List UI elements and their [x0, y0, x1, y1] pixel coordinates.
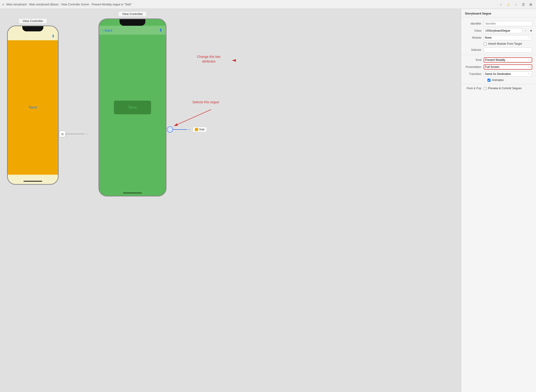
- warning-icon[interactable]: ⚠: [506, 2, 511, 7]
- peek-pop-row: Peek & Pop Preview & Commit Segues: [461, 86, 536, 91]
- peek-pop-value: Preview & Commit Segues: [484, 87, 522, 90]
- breadcrumb-sep-1: ›: [5, 3, 5, 6]
- inherit-module-row: Inherit Module From Target: [461, 41, 536, 46]
- toolbar: s › Main.storyboard › Main.storyboard (B…: [0, 0, 536, 9]
- side-icon: [195, 128, 198, 131]
- kind-value: Show Show Detail Present Modally Present…: [484, 57, 532, 62]
- canvas-area: View Controller ⬆ Next ⊞ →: [0, 9, 461, 392]
- inherit-module-checkbox[interactable]: [484, 42, 487, 45]
- divider-1: [461, 55, 536, 55]
- split-view-button[interactable]: ⊞: [528, 2, 534, 7]
- blue-arrow-head: →: [187, 127, 191, 132]
- peek-pop-checkbox[interactable]: [484, 87, 487, 90]
- kind-label: Kind: [465, 58, 484, 62]
- class-value: ↑ ▼: [484, 28, 533, 33]
- breadcrumb-item-3[interactable]: Main.storyboard (Base): [29, 3, 59, 6]
- inherit-module-label: Inherit Module From Target: [488, 42, 522, 45]
- vc2-back-btn[interactable]: ‹ Back: [102, 28, 113, 32]
- breadcrumb-sep-4: ›: [90, 3, 91, 6]
- segue-box-icon: ⊞: [61, 132, 64, 136]
- divider-2: [461, 84, 536, 84]
- kind-row: Kind Show Show Detail Present Modally Pr…: [461, 56, 536, 63]
- side-label: Side: [199, 128, 205, 131]
- svg-line-2: [174, 110, 211, 126]
- presentation-select[interactable]: Full Screen Automatic Page Sheet Form Sh…: [484, 64, 532, 70]
- vc1-card: View Controller ⬆ Next: [7, 18, 59, 185]
- module-row: Module None: [461, 34, 536, 41]
- transition-row: Transition Same As Destination Default F…: [461, 70, 536, 78]
- class-dropdown-icon[interactable]: ▼: [529, 28, 533, 33]
- vc2-phone: ‹ Back ⬇ Next: [98, 19, 167, 196]
- module-select-wrapper: None: [484, 35, 532, 40]
- peek-pop-label: Peek & Pop: [465, 87, 484, 90]
- presentation-value: Full Screen Automatic Page Sheet Form Sh…: [484, 64, 532, 70]
- back-button[interactable]: ‹: [498, 2, 504, 7]
- breadcrumb: s › Main.storyboard › Main.storyboard (B…: [2, 3, 132, 6]
- presentation-row: Presentation Full Screen Automatic Page …: [461, 63, 536, 70]
- arrow-line-1: [66, 134, 84, 134]
- transition-select-wrapper: Same As Destination Default Flip Horizon…: [484, 71, 532, 77]
- vc2-next-btn[interactable]: Next: [114, 100, 151, 115]
- arrow-head-1: →: [84, 132, 88, 136]
- vc1-share-icon[interactable]: ⬆: [52, 34, 55, 38]
- segue-box-1[interactable]: ⊞: [59, 131, 66, 137]
- vc2-notch: [120, 19, 145, 26]
- vc1-phone: ⬆ Next: [7, 26, 59, 185]
- breadcrumb-item-1[interactable]: s: [2, 3, 4, 6]
- vc1-next-text: Next: [29, 105, 37, 110]
- vc2-label: View Controller: [118, 11, 147, 17]
- animates-label: Animates: [492, 79, 504, 82]
- segue-circle[interactable]: [167, 126, 173, 133]
- arrow-connector-1: ⊞ →: [59, 131, 88, 137]
- selector-row: Selector: [461, 46, 536, 53]
- vc1-body: Next: [8, 40, 58, 175]
- segue-circle-inner: [169, 128, 171, 131]
- selector-label: Selector: [465, 48, 484, 51]
- breadcrumb-item-2[interactable]: Main.storyboard: [6, 3, 27, 6]
- side-badge: Side: [193, 127, 207, 132]
- breadcrumb-sep-2: ›: [27, 3, 28, 6]
- panel-body: Identifier Class ↑ ▼ Module: [461, 17, 536, 392]
- panel-title: Storyboard Segue: [461, 9, 536, 17]
- module-select[interactable]: None: [484, 35, 532, 40]
- transition-select[interactable]: Same As Destination Default Flip Horizon…: [484, 71, 532, 77]
- identifier-value: [484, 21, 532, 26]
- vc1-label: View Controller: [19, 18, 47, 24]
- blue-arrow-line: [173, 129, 187, 130]
- vc1-home-bar: [24, 181, 42, 182]
- class-input-row: ↑ ▼: [484, 28, 533, 33]
- vc2-nav-icon[interactable]: ⬇: [159, 28, 163, 33]
- right-panel: Storyboard Segue Identifier Class ↑ ▼: [461, 9, 536, 392]
- presentation-label: Presentation: [465, 65, 484, 69]
- transition-value: Same As Destination Default Flip Horizon…: [484, 71, 532, 77]
- main-layout: View Controller ⬆ Next ⊞ →: [0, 9, 536, 392]
- identifier-input[interactable]: [484, 21, 532, 26]
- selector-input[interactable]: [484, 47, 532, 52]
- vc2-card: View Controller ‹ Back ⬇ Next: [98, 11, 167, 196]
- segue-connector-2: → Side: [167, 126, 233, 133]
- class-label: Class: [465, 29, 484, 32]
- presentation-select-wrapper: Full Screen Automatic Page Sheet Form Sh…: [484, 64, 532, 70]
- kind-select[interactable]: Show Show Detail Present Modally Present…: [484, 57, 532, 62]
- vc1-notch: [22, 26, 43, 31]
- class-input[interactable]: [484, 28, 522, 33]
- class-arrow-icon[interactable]: ↑: [523, 28, 528, 33]
- annotation-arrows: [0, 9, 461, 392]
- vc2-nav: ‹ Back ⬇: [99, 26, 166, 35]
- forward-button[interactable]: ›: [513, 2, 519, 7]
- vc2-home-bar: [123, 192, 142, 193]
- transition-label: Transition: [465, 72, 484, 76]
- annotation-1: Change this twoattributes: [197, 55, 220, 64]
- identifier-row: Identifier: [461, 20, 536, 27]
- selector-value: [484, 47, 532, 52]
- breadcrumb-sep-3: ›: [59, 3, 60, 6]
- animates-row: Animates: [465, 78, 536, 83]
- toolbar-right: ‹ ⚠ › ☰ ⊞: [498, 2, 534, 7]
- breadcrumb-item-4[interactable]: View Controller Scene: [61, 3, 89, 6]
- breadcrumb-item-5[interactable]: Present Modally segue to "Side": [92, 3, 132, 6]
- annotation-2: Selecte this segue: [192, 100, 219, 104]
- identifier-label: Identifier: [465, 22, 484, 25]
- vc2-next-text: Next: [129, 105, 137, 110]
- animates-checkbox[interactable]: [488, 79, 491, 82]
- list-view-button[interactable]: ☰: [521, 2, 526, 7]
